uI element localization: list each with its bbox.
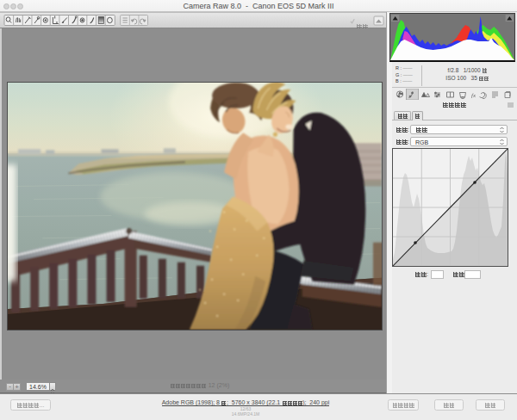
svg-text:fx: fx [471,92,477,99]
